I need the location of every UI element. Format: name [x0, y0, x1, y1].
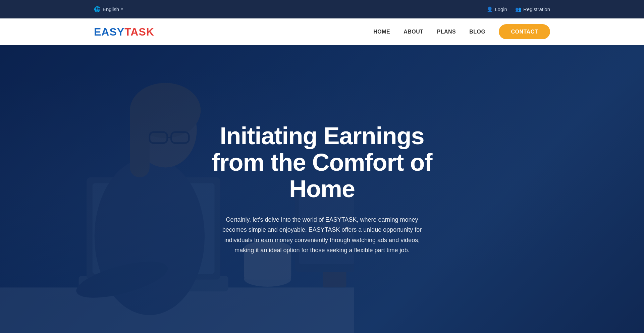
hero-section: Initiating Earnings from the Comfort of …: [0, 45, 644, 333]
user-circle-icon: 👤: [487, 6, 493, 12]
globe-icon: 🌐: [94, 6, 101, 12]
nav-link-blog[interactable]: BLOG: [469, 29, 485, 35]
login-link[interactable]: 👤 Login: [487, 6, 507, 12]
language-label: English: [103, 6, 119, 12]
user-plus-icon: 👥: [515, 6, 522, 12]
hero-title: Initiating Earnings from the Comfort of …: [211, 123, 433, 203]
nav-link-home[interactable]: HOME: [373, 29, 390, 35]
registration-label: Registration: [523, 6, 550, 12]
main-navbar: EASYTASK HOME ABOUT PLANS BLOG CONTACT: [0, 18, 644, 45]
nav-item-contact[interactable]: CONTACT: [499, 29, 550, 35]
contact-button[interactable]: CONTACT: [499, 24, 550, 39]
nav-links: HOME ABOUT PLANS BLOG CONTACT: [373, 29, 550, 35]
nav-item-about[interactable]: ABOUT: [404, 29, 423, 35]
hero-description: Certainly, let's delve into the world of…: [218, 215, 426, 256]
login-label: Login: [495, 6, 507, 12]
hero-content: Initiating Earnings from the Comfort of …: [205, 123, 439, 256]
nav-item-home[interactable]: HOME: [373, 29, 390, 35]
nav-item-blog[interactable]: BLOG: [469, 29, 485, 35]
auth-links: 👤 Login 👥 Registration: [487, 6, 550, 12]
nav-link-about[interactable]: ABOUT: [404, 29, 423, 35]
top-bar: 🌐 English ▾ 👤 Login 👥 Registration: [0, 0, 644, 18]
registration-link[interactable]: 👥 Registration: [515, 6, 550, 12]
nav-item-plans[interactable]: PLANS: [437, 29, 456, 35]
logo-easy: EASY: [94, 26, 124, 38]
logo-task: TASK: [124, 26, 154, 38]
nav-link-plans[interactable]: PLANS: [437, 29, 456, 35]
logo[interactable]: EASYTASK: [94, 26, 154, 38]
language-selector[interactable]: 🌐 English ▾: [94, 6, 123, 12]
chevron-down-icon: ▾: [121, 7, 123, 11]
